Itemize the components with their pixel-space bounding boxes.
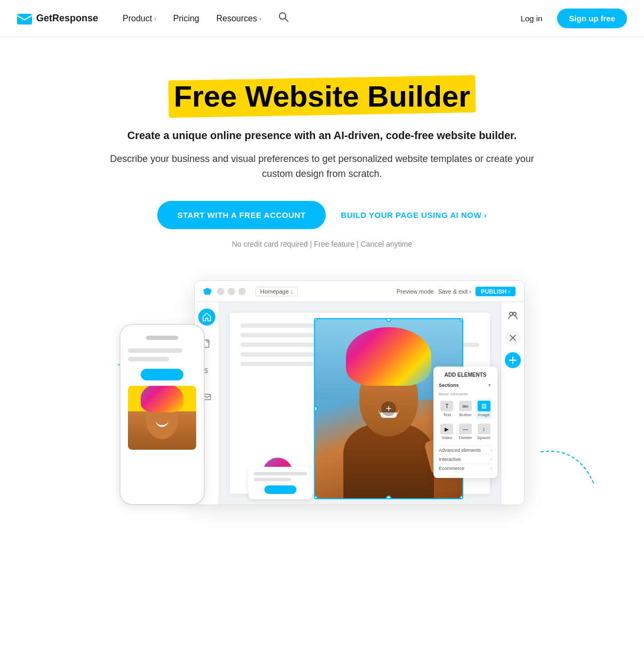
sections-row[interactable]: Sections ▼ [439, 381, 492, 390]
panel-image-icon: 🖼 [478, 401, 490, 411]
logo-link[interactable]: GetResponse [17, 13, 98, 25]
toolbar-right: Preview mode Save & exit › PUBLISH › [397, 287, 516, 296]
nav-product-chevron: › [154, 15, 156, 22]
panel-divider-icon: — [459, 424, 472, 434]
person-turban [346, 327, 431, 386]
small-card-btn [264, 485, 296, 494]
right-btn-users[interactable] [505, 307, 521, 323]
mobile-line-1 [128, 348, 182, 353]
right-btn-close[interactable] [505, 330, 521, 346]
svg-point-1 [279, 13, 286, 19]
sidebar-home-btn[interactable] [198, 309, 215, 326]
search-button[interactable] [271, 7, 296, 29]
hero-title-wrapper: Free Website Builder [174, 80, 470, 113]
panel-video-item[interactable]: ▶ Video [439, 421, 455, 442]
sections-arrow: ▼ [487, 383, 492, 388]
nav-pricing[interactable]: Pricing [166, 10, 207, 28]
nav-links: Product › Pricing Resources › [115, 7, 514, 29]
ecommerce-label: Ecommerce [439, 466, 464, 471]
mobile-text-lines [128, 348, 196, 361]
toolbar-icon-undo[interactable] [217, 288, 224, 295]
toolbar-icon-device[interactable] [238, 288, 246, 295]
login-button[interactable]: Log in [514, 10, 549, 27]
panel-divider-label: Divider [459, 435, 472, 440]
ecommerce-row[interactable]: Ecommerce › [439, 464, 492, 473]
toolbar-publish-btn[interactable]: PUBLISH › [476, 287, 516, 296]
builder-right-sidebar [501, 302, 524, 505]
mobile-cta-btn [141, 369, 183, 380]
panel-button-item[interactable]: btn Button [457, 399, 474, 419]
panel-button-icon: btn [459, 401, 472, 411]
small-card [248, 467, 312, 499]
panel-image-label: Image [478, 412, 490, 417]
users-icon [508, 311, 518, 320]
panel-text-item[interactable]: T Text [439, 399, 455, 419]
mobile-turban [141, 386, 183, 412]
small-card-line-1 [254, 472, 307, 475]
home-icon [203, 313, 211, 321]
panel-spacer-item[interactable]: ↕ Spacer [476, 421, 492, 442]
toolbar-save[interactable]: Save & exit › [438, 288, 471, 295]
demo-section: Homepage ↓ Preview mode Save & exit › PU… [29, 280, 615, 537]
nav-resources-chevron: › [259, 15, 261, 22]
interactive-label: Interactive [439, 457, 461, 462]
nav-resources[interactable]: Resources › [209, 10, 269, 28]
cta-primary-button[interactable]: START WITH A FREE ACCOUNT [157, 201, 326, 229]
mobile-person-bg [128, 386, 196, 450]
panel-image-item[interactable]: 🖼 Image [476, 399, 492, 419]
interactive-arrow: › [490, 457, 492, 462]
mobile-image [128, 386, 196, 450]
builder-logo-small [203, 288, 212, 295]
hero-section: Free Website Builder Create a unique onl… [82, 37, 562, 270]
sections-label: Sections [439, 383, 459, 388]
nav-right: Log in Sign up free [514, 9, 627, 28]
nav-resources-label: Resources [216, 14, 257, 23]
close-icon [509, 334, 517, 342]
svg-point-6 [510, 312, 513, 315]
small-card-line-2 [254, 478, 291, 481]
mobile-mockup [119, 324, 205, 505]
nav-product[interactable]: Product › [115, 10, 164, 28]
demo-section-wrapper: Homepage ↓ Preview mode Save & exit › PU… [0, 280, 644, 537]
panel-text-icon: T [440, 401, 453, 411]
plus-icon [509, 356, 517, 364]
panel-button-label: Button [459, 412, 471, 417]
toolbar-tab[interactable]: Homepage ↓ [255, 287, 298, 296]
signup-button[interactable]: Sign up free [557, 9, 627, 28]
hero-subtitle: Describe your business and visual prefer… [103, 151, 541, 182]
panel-title: ADD ELEMENTS [439, 372, 492, 378]
hero-subtitle-bold: Create a unique online presence with an … [103, 128, 541, 143]
small-card-lines [254, 472, 307, 481]
svg-point-7 [513, 312, 516, 315]
nav-product-label: Product [123, 14, 152, 23]
search-icon [278, 12, 289, 22]
basic-elements-label: Basic elements [439, 392, 492, 396]
panel-divider-item[interactable]: — Divider [457, 421, 474, 442]
navbar: GetResponse Product › Pricing Resources … [0, 0, 644, 37]
center-plus-icon[interactable]: + [381, 401, 396, 416]
toolbar-icons [217, 288, 246, 295]
panel-spacer-label: Spacer [477, 435, 490, 440]
logo-text: GetResponse [36, 13, 98, 24]
advanced-arrow: › [490, 448, 492, 453]
cta-secondary-link[interactable]: BUILD YOUR PAGE USING AI NOW › [341, 210, 487, 220]
toolbar-icon-redo[interactable] [228, 288, 235, 295]
dashed-arrow-right-svg [535, 441, 599, 494]
advanced-row[interactable]: Advanced elements › [439, 445, 492, 455]
panel-video-label: Video [441, 435, 452, 440]
hero-cta-row: START WITH A FREE ACCOUNT BUILD YOUR PAG… [103, 201, 541, 229]
mobile-notch [146, 336, 178, 340]
right-btn-plus[interactable] [505, 352, 521, 368]
panel-spacer-icon: ↕ [478, 424, 490, 434]
builder-toolbar: Homepage ↓ Preview mode Save & exit › PU… [195, 281, 524, 302]
toolbar-preview: Preview mode [397, 288, 434, 295]
builder-mockup: Homepage ↓ Preview mode Save & exit › PU… [194, 280, 525, 505]
panel-video-icon: ▶ [440, 424, 453, 434]
advanced-label: Advanced elements [439, 448, 481, 453]
ecommerce-arrow: › [490, 466, 492, 471]
hero-note: No credit card required | Free feature |… [103, 240, 541, 248]
logo-icon [17, 13, 32, 25]
interactive-row[interactable]: Interactive › [439, 455, 492, 464]
basic-elements-grid: T Text btn Button 🖼 Image ▶ Video [439, 399, 492, 442]
panel-text-label: Text [443, 412, 451, 417]
